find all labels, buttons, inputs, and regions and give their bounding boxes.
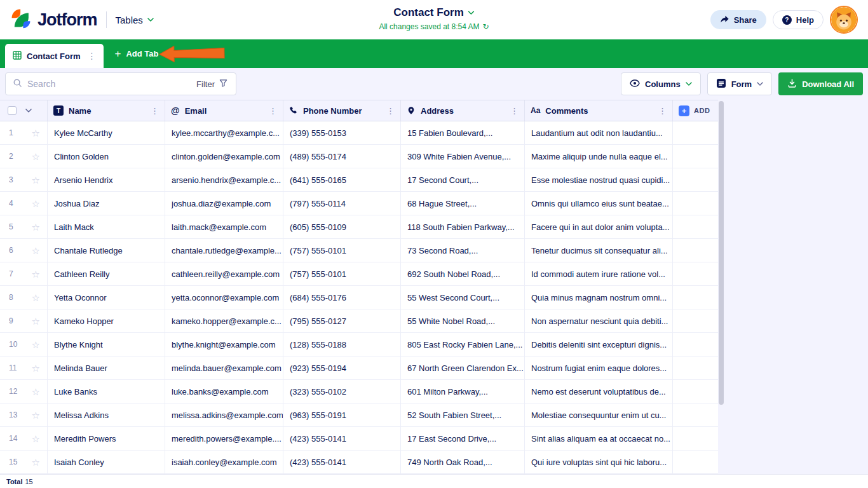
jotform-logo[interactable]: Jotform bbox=[10, 8, 97, 32]
add-column-button[interactable]: + ADD bbox=[673, 100, 718, 121]
cell-email[interactable]: joshua.diaz@example.com bbox=[165, 192, 283, 215]
cell-email[interactable]: kameko.hopper@example.c... bbox=[165, 309, 283, 332]
cell-address[interactable]: 68 Hague Street,... bbox=[401, 192, 525, 215]
cell-phone[interactable]: (795) 555-0127 bbox=[283, 309, 401, 332]
cell-comments[interactable]: Omnis qui ullamco eius sunt beatae... bbox=[525, 192, 673, 215]
column-header-address[interactable]: Address ⋮ bbox=[401, 100, 525, 121]
column-menu-icon[interactable]: ⋮ bbox=[386, 106, 395, 116]
cell-phone[interactable]: (797) 555-0114 bbox=[283, 192, 401, 215]
cell-address[interactable]: 17 East Second Drive,... bbox=[401, 427, 525, 450]
table-row[interactable]: 1 ☆ Kylee McCarthy kylee.mccarthy@exampl… bbox=[0, 121, 718, 145]
star-icon[interactable]: ☆ bbox=[32, 410, 40, 420]
cell-address[interactable]: 309 White Fabien Avenue,... bbox=[401, 145, 525, 168]
share-button[interactable]: Share bbox=[710, 10, 766, 29]
star-icon[interactable]: ☆ bbox=[32, 222, 40, 232]
star-icon[interactable]: ☆ bbox=[32, 363, 40, 373]
star-icon[interactable]: ☆ bbox=[32, 152, 40, 161]
cell-phone[interactable]: (605) 555-0109 bbox=[283, 215, 401, 238]
table-row[interactable]: 2 ☆ Clinton Golden clinton.golden@exampl… bbox=[0, 145, 718, 168]
cell-phone[interactable]: (923) 555-0194 bbox=[283, 356, 401, 379]
cell-phone[interactable]: (128) 555-0188 bbox=[283, 333, 401, 356]
table-row[interactable]: 13 ☆ Melissa Adkins melissa.adkins@examp… bbox=[0, 403, 718, 427]
filter-button[interactable]: Filter bbox=[188, 73, 236, 95]
scrollbar-thumb[interactable] bbox=[719, 101, 724, 405]
tables-nav-dropdown[interactable]: Tables bbox=[116, 15, 154, 25]
star-icon[interactable]: ☆ bbox=[32, 387, 40, 396]
cell-name[interactable]: Luke Banks bbox=[48, 380, 165, 403]
column-menu-icon[interactable]: ⋮ bbox=[658, 106, 667, 116]
cell-phone[interactable]: (684) 555-0176 bbox=[283, 286, 401, 309]
title-chevron-icon[interactable] bbox=[468, 11, 475, 15]
cell-email[interactable]: kylee.mccarthy@example.c... bbox=[165, 121, 283, 144]
table-row[interactable]: 11 ☆ Melinda Bauer melinda.bauer@example… bbox=[0, 356, 718, 380]
cell-comments[interactable]: Esse molestiae nostrud quasi cupidi... bbox=[525, 168, 673, 191]
cell-email[interactable]: yetta.oconnor@example.com bbox=[165, 286, 283, 309]
column-header-name[interactable]: T Name ⋮ bbox=[48, 100, 165, 121]
cell-name[interactable]: Melissa Adkins bbox=[48, 403, 165, 426]
cell-phone[interactable]: (423) 555-0141 bbox=[283, 451, 401, 473]
star-icon[interactable]: ☆ bbox=[32, 128, 40, 138]
table-row[interactable]: 5 ☆ Laith Mack laith.mack@example.com (6… bbox=[0, 215, 718, 239]
select-menu-chevron-icon[interactable] bbox=[25, 109, 32, 112]
cell-phone[interactable]: (423) 555-0141 bbox=[283, 427, 401, 450]
cell-address[interactable]: 55 West Second Court,... bbox=[401, 286, 525, 309]
star-icon[interactable]: ☆ bbox=[32, 434, 40, 444]
help-button[interactable]: ? Help bbox=[773, 10, 824, 29]
cell-comments[interactable]: Maxime aliquip unde nulla eaque el... bbox=[525, 145, 673, 168]
cell-email[interactable]: clinton.golden@example.com bbox=[165, 145, 283, 168]
table-row[interactable]: 3 ☆ Arsenio Hendrix arsenio.hendrix@exam… bbox=[0, 168, 718, 192]
cell-address[interactable]: 118 South Fabien Parkway,... bbox=[401, 215, 525, 238]
star-icon[interactable]: ☆ bbox=[32, 458, 40, 467]
column-menu-icon[interactable]: ⋮ bbox=[151, 106, 159, 116]
table-row[interactable]: 7 ☆ Cathleen Reilly cathleen.reilly@exam… bbox=[0, 262, 718, 286]
cell-name[interactable]: Melinda Bauer bbox=[48, 356, 165, 379]
cell-comments[interactable]: Laudantium aut odit non laudantiu... bbox=[525, 121, 673, 144]
cell-name[interactable]: Laith Mack bbox=[48, 215, 165, 238]
columns-button[interactable]: Columns bbox=[621, 72, 701, 95]
cell-email[interactable]: isaiah.conley@example.com bbox=[165, 451, 283, 473]
table-row[interactable]: 8 ☆ Yetta Oconnor yetta.oconnor@example.… bbox=[0, 286, 718, 309]
table-row[interactable]: 15 ☆ Isaiah Conley isaiah.conley@example… bbox=[0, 451, 718, 474]
download-all-button[interactable]: Download All bbox=[778, 72, 863, 95]
cell-name[interactable]: Joshua Diaz bbox=[48, 192, 165, 215]
cell-address[interactable]: 601 Milton Parkway,... bbox=[401, 380, 525, 403]
user-avatar[interactable] bbox=[830, 6, 858, 34]
cell-address[interactable]: 73 Second Road,... bbox=[401, 239, 525, 262]
search-input[interactable] bbox=[27, 79, 188, 89]
cell-email[interactable]: meredith.powers@example.... bbox=[165, 427, 283, 450]
star-icon[interactable]: ☆ bbox=[32, 293, 40, 302]
cell-comments[interactable]: Facere qui in aut dolor anim volupta... bbox=[525, 215, 673, 238]
cell-phone[interactable]: (489) 555-0174 bbox=[283, 145, 401, 168]
cell-email[interactable]: luke.banks@example.com bbox=[165, 380, 283, 403]
cell-comments[interactable]: Non aspernatur nesciunt quia debiti... bbox=[525, 309, 673, 332]
column-menu-icon[interactable]: ⋮ bbox=[510, 106, 519, 116]
cell-address[interactable]: 692 South Nobel Road,... bbox=[401, 262, 525, 285]
cell-address[interactable]: 67 North Green Clarendon Ex... bbox=[401, 356, 525, 379]
tab-menu-icon[interactable]: ⋮ bbox=[86, 51, 98, 61]
cell-comments[interactable]: Molestiae consequuntur enim ut cu... bbox=[525, 403, 673, 426]
cell-comments[interactable]: Qui iure voluptas sint qui hic laboru... bbox=[525, 451, 673, 473]
cell-address[interactable]: 55 White Nobel Road,... bbox=[401, 309, 525, 332]
table-row[interactable]: 14 ☆ Meredith Powers meredith.powers@exa… bbox=[0, 427, 718, 451]
column-header-comments[interactable]: Aa Comments ⋮ bbox=[525, 100, 673, 121]
cell-email[interactable]: cathleen.reilly@example.com bbox=[165, 262, 283, 285]
cell-email[interactable]: melinda.bauer@example.com bbox=[165, 356, 283, 379]
cell-comments[interactable]: Tenetur ducimus sit consequatur ali... bbox=[525, 239, 673, 262]
star-icon[interactable]: ☆ bbox=[32, 316, 40, 326]
cell-phone[interactable]: (757) 555-0101 bbox=[283, 239, 401, 262]
cell-email[interactable]: laith.mack@example.com bbox=[165, 215, 283, 238]
cell-name[interactable]: Blythe Knight bbox=[48, 333, 165, 356]
cell-email[interactable]: blythe.knight@example.com bbox=[165, 333, 283, 356]
cell-phone[interactable]: (963) 555-0191 bbox=[283, 403, 401, 426]
cell-address[interactable]: 15 Fabien Boulevard,... bbox=[401, 121, 525, 144]
cell-address[interactable]: 805 East Rocky Fabien Lane,... bbox=[401, 333, 525, 356]
select-all-checkbox[interactable] bbox=[8, 106, 17, 115]
cell-comments[interactable]: Quia minus magnam nostrum omni... bbox=[525, 286, 673, 309]
cell-address[interactable]: 52 South Fabien Street,... bbox=[401, 403, 525, 426]
table-row[interactable]: 4 ☆ Joshua Diaz joshua.diaz@example.com … bbox=[0, 192, 718, 215]
cell-name[interactable]: Meredith Powers bbox=[48, 427, 165, 450]
star-icon[interactable]: ☆ bbox=[32, 199, 40, 208]
cell-comments[interactable]: Nemo est deserunt voluptatibus de... bbox=[525, 380, 673, 403]
vertical-scrollbar[interactable] bbox=[718, 100, 724, 474]
cell-name[interactable]: Yetta Oconnor bbox=[48, 286, 165, 309]
